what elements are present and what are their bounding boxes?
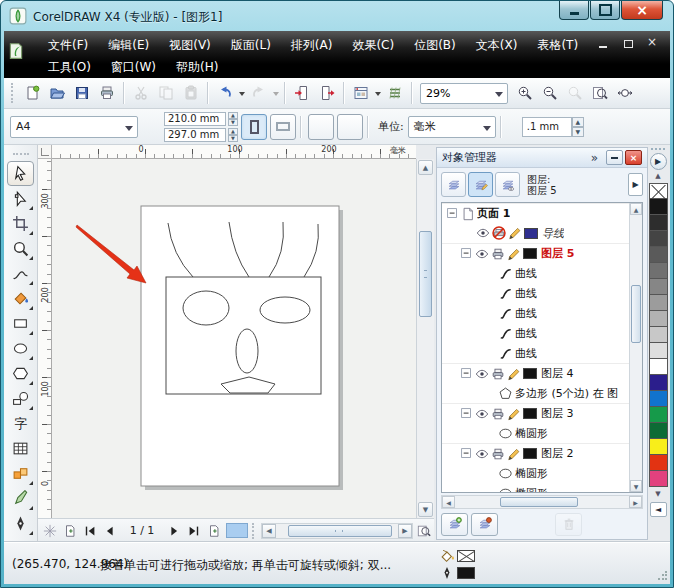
print-enabled-icon[interactable] <box>491 367 505 381</box>
palette-swatch-30-percent-black[interactable] <box>649 311 668 327</box>
basic-shapes-tool[interactable] <box>7 386 34 411</box>
palette-swatch-20-percent-black[interactable] <box>649 327 668 343</box>
tree-vertical-scrollbar[interactable]: ▲ ▼ <box>629 203 642 492</box>
edit-pencil-icon[interactable] <box>507 247 521 261</box>
tree-row-polygon-1[interactable]: 多边形 (5个边) 在 图 <box>442 383 629 403</box>
expand-icon[interactable] <box>460 247 473 260</box>
edit-pencil-icon[interactable] <box>507 367 521 381</box>
visibility-eye-icon[interactable] <box>475 367 489 381</box>
tree-row-page-1[interactable]: 页面 1 <box>442 203 629 223</box>
paper-width-spinner[interactable]: ▲▼ <box>228 112 238 126</box>
show-object-properties-button[interactable] <box>441 172 466 197</box>
menu-layout[interactable]: 版面(L) <box>221 35 281 56</box>
print-disabled-icon[interactable] <box>492 226 506 240</box>
tree-scroll-left-arrow[interactable]: ◀ <box>442 496 455 508</box>
open-button[interactable] <box>44 81 69 106</box>
nudge-offset-spinner[interactable]: ▲▼ <box>572 117 584 137</box>
palette-swatch-black[interactable] <box>649 199 668 215</box>
menu-edit[interactable]: 编辑(E) <box>98 35 159 56</box>
edit-pencil-icon[interactable] <box>508 226 522 240</box>
scroll-down-arrow[interactable]: ▼ <box>418 502 433 517</box>
polygon-tool[interactable] <box>7 361 34 386</box>
edit-pencil-icon[interactable] <box>507 407 521 421</box>
paper-height-field[interactable]: 297.0 mm <box>164 128 226 142</box>
tree-scroll-right-arrow[interactable]: ▶ <box>629 496 642 508</box>
tree-row-curve-2[interactable]: 曲线 <box>442 283 629 303</box>
menu-text[interactable]: 文本(X) <box>466 35 528 56</box>
add-page-after-button[interactable] <box>204 521 224 540</box>
tree-row-ellipse-1[interactable]: 椭圆形 <box>442 423 629 443</box>
menu-arrange[interactable]: 排列(A) <box>281 35 343 56</box>
vertical-scroll-thumb[interactable] <box>419 231 432 317</box>
pick-tool[interactable] <box>7 161 34 186</box>
palette-swatch-magenta[interactable] <box>649 471 668 487</box>
tree-row-ellipse-3[interactable]: 椭圆形 <box>442 483 629 492</box>
new-master-layer-button[interactable] <box>471 513 498 536</box>
palette-scroll-up[interactable]: ▲ <box>649 172 667 182</box>
canvas-horizontal-scrollbar[interactable]: ◀ ▶ <box>261 523 413 539</box>
layer-color-swatch[interactable] <box>524 228 538 239</box>
tree-scroll-up-arrow[interactable]: ▲ <box>630 203 642 215</box>
layer-color-swatch[interactable] <box>523 408 537 419</box>
outline-color-swatch[interactable] <box>457 567 475 579</box>
visibility-eye-icon[interactable] <box>475 247 489 261</box>
palette-swatch-no-color[interactable] <box>649 183 668 199</box>
palette-swatch-forest-green[interactable] <box>649 423 668 439</box>
text-tool[interactable]: 字 <box>7 411 34 436</box>
maximize-button[interactable] <box>590 1 620 20</box>
next-page-button[interactable] <box>164 521 184 540</box>
tree-row-layer-3[interactable]: 图层 3 <box>442 403 629 423</box>
fill-none-swatch[interactable] <box>457 550 475 562</box>
scroll-up-arrow[interactable]: ▲ <box>418 160 433 175</box>
doc-close-button[interactable] <box>646 39 658 49</box>
zoom-tool[interactable] <box>7 236 34 261</box>
palette-scroll-down[interactable]: ▼ <box>649 490 667 500</box>
ellipse-tool[interactable] <box>7 336 34 361</box>
layer-color-swatch[interactable] <box>523 368 537 379</box>
doc-restore-button[interactable] <box>622 39 634 49</box>
close-button[interactable] <box>621 1 663 20</box>
print-button[interactable] <box>94 81 119 106</box>
scroll-right-arrow[interactable]: ▶ <box>398 524 412 538</box>
canvas-vertical-scrollbar[interactable]: ▲ ▼ <box>416 159 434 518</box>
tree-row-layer-4[interactable]: 图层 4 <box>442 363 629 383</box>
menu-effects[interactable]: 效果(C) <box>342 35 404 56</box>
cut-button[interactable] <box>128 81 153 106</box>
zoom-corner-button[interactable] <box>414 521 434 540</box>
zoom-page-button[interactable] <box>587 81 612 106</box>
palette-swatch-red[interactable] <box>649 455 668 471</box>
tree-row-curve-1[interactable]: 曲线 <box>442 263 629 283</box>
resize-grip[interactable] <box>657 571 667 581</box>
minimize-button[interactable] <box>559 1 589 20</box>
palette-swatch-80-percent-black[interactable] <box>649 231 668 247</box>
zoom-selected-button[interactable] <box>562 81 587 106</box>
undo-button-dropdown[interactable] <box>237 81 246 106</box>
layer-color-swatch[interactable] <box>523 448 537 459</box>
tree-horizontal-scrollbar[interactable]: ◀ ▶ <box>441 495 643 509</box>
palette-swatch-40-percent-black[interactable] <box>649 295 668 311</box>
scroll-left-arrow[interactable]: ◀ <box>262 524 276 538</box>
menu-view[interactable]: 视图(V) <box>159 35 221 56</box>
freehand-tool[interactable] <box>7 261 34 286</box>
left-eye-ellipse[interactable] <box>183 291 229 325</box>
tree-row-ellipse-2[interactable]: 椭圆形 <box>442 463 629 483</box>
eyedropper-tool[interactable] <box>7 486 34 511</box>
units-combo[interactable]: 毫米 <box>408 116 496 138</box>
outline-tool[interactable] <box>7 511 34 536</box>
palette-swatch-cyan-blue[interactable] <box>649 391 668 407</box>
paper-width-field[interactable]: 210.0 mm <box>164 112 226 126</box>
rectangle-tool[interactable] <box>7 311 34 336</box>
ruler-origin[interactable] <box>38 145 52 159</box>
tree-horizontal-thumb[interactable] <box>500 497 578 507</box>
docker-minimize-button[interactable] <box>606 150 623 165</box>
save-button[interactable] <box>69 81 94 106</box>
palette-swatch-10-percent-black[interactable] <box>649 343 668 359</box>
last-page-button[interactable] <box>184 521 204 540</box>
docker-title-bar[interactable]: 对象管理器 » <box>437 148 647 168</box>
edit-pencil-icon[interactable] <box>507 447 521 461</box>
menu-tools[interactable]: 工具(O) <box>38 57 101 78</box>
crop-tool[interactable] <box>7 211 34 236</box>
expand-icon[interactable] <box>460 367 473 380</box>
zoom-out-button[interactable] <box>537 81 562 106</box>
palette-swatch-70-percent-black[interactable] <box>649 247 668 263</box>
